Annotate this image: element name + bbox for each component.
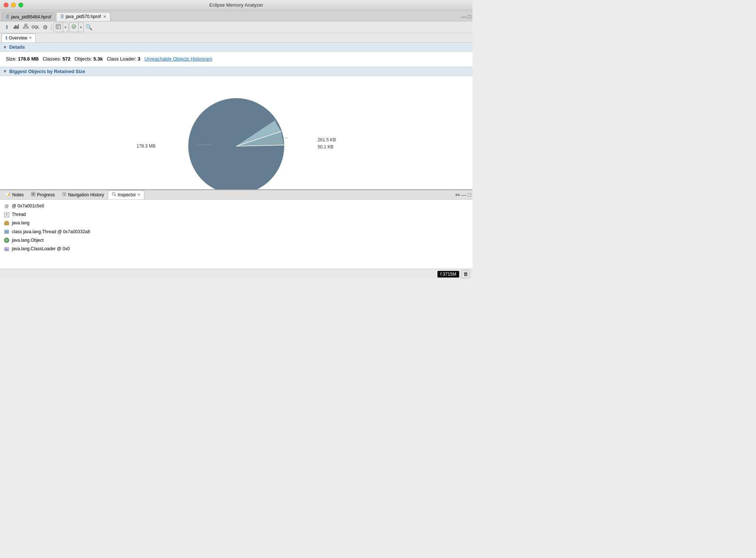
oql-button[interactable]: OQL — [31, 23, 40, 32]
inspector-classloader-text: java.lang.ClassLoader @ 0x0 — [12, 245, 70, 252]
pie-chart — [181, 91, 292, 189]
report-icon — [55, 24, 61, 31]
minimize-bottom-icon[interactable]: — — [461, 192, 467, 198]
maximize-bottom-icon[interactable]: □ — [468, 192, 471, 198]
biggest-objects-title: Biggest Objects by Retained Size — [9, 69, 85, 74]
svg-point-13 — [72, 25, 76, 28]
biggest-objects-section-header[interactable]: ▼ Biggest Objects by Retained Size — [0, 67, 472, 76]
report-group: ▾ — [54, 23, 68, 32]
unreachable-histogram-link[interactable]: Unreachable Objects Histogram — [144, 56, 212, 62]
inspector-tab[interactable]: Inspector ✕ — [108, 190, 144, 199]
maximize-panel-icon[interactable]: □ — [468, 14, 471, 20]
class-icon: C — [4, 229, 10, 235]
details-content: Size: 178.6 MB Classes: 572 Objects: 5.3… — [0, 52, 472, 67]
progress-tab-label: Progress — [37, 192, 55, 197]
tab-java-pid95464[interactable]: 🗄 java_pid95464.hprof — [1, 12, 55, 21]
gc-button[interactable]: 🗑 — [461, 270, 470, 278]
inspector-thread-text: Thread — [12, 211, 26, 218]
settings-button[interactable]: ⚙ — [41, 23, 49, 32]
overview-tab[interactable]: ℹ Overview ✕ — [1, 34, 36, 42]
action-group: ▾ — [69, 23, 84, 32]
details-section-header[interactable]: ▼ Details — [0, 43, 472, 52]
overview-close-icon[interactable]: ✕ — [29, 36, 32, 40]
app-title: Eclipse Memory Analyzer — [209, 2, 263, 8]
settings-icon: ⚙ — [43, 24, 48, 31]
inspector-class-item: C class java.lang.Thread @ 0x7a00332a8 — [4, 228, 469, 236]
notes-tab[interactable]: 📝 Notes — [1, 190, 27, 199]
bottom-panel: 📝 Notes Progress Navigation History Insp… — [0, 189, 472, 269]
nav-history-icon — [62, 192, 66, 197]
inspector-addr-text: @ 0x7a001c5e0 — [12, 203, 44, 210]
inspector-addr-item: @ @ 0x7a001c5e0 — [4, 202, 469, 210]
minimize-button[interactable] — [11, 3, 16, 7]
report-button[interactable] — [54, 23, 63, 32]
at-icon: @ — [4, 203, 10, 209]
package-icon — [4, 220, 10, 226]
minimize-panel-icon[interactable]: — — [461, 14, 467, 20]
tab-label-2: java_pid570.hprof — [66, 14, 101, 19]
info-icon: ℹ — [6, 24, 8, 30]
close-button[interactable] — [4, 3, 8, 7]
status-bar: f 3715M 🗑 — [0, 269, 472, 279]
svg-rect-4 — [25, 24, 27, 25]
action-button[interactable] — [69, 23, 78, 32]
dominator-tree-button[interactable] — [21, 23, 30, 32]
svg-text:CL: CL — [5, 248, 8, 251]
overview-icon: ℹ — [6, 35, 7, 41]
inspector-content: @ @ 0x7a001c5e0 T Thread java.lang — [0, 200, 472, 269]
object-s-icon: S — [4, 237, 10, 243]
inspector-pkg-text: java.lang — [12, 220, 30, 227]
toolbar-sep-1 — [51, 24, 52, 31]
dropdown-arrow-icon: ▾ — [65, 25, 66, 29]
svg-text:C: C — [6, 231, 7, 233]
tab-java-pid570[interactable]: 🗄 java_pid570.hprof ✕ — [56, 12, 110, 21]
inspector-close-icon[interactable]: ✕ — [137, 193, 140, 197]
inspector-thread-item: T Thread — [4, 210, 469, 219]
title-bar: Eclipse Memory Analyzer — [0, 0, 472, 10]
bottom-tab-actions: ⇔ — □ — [455, 191, 471, 198]
svg-rect-23 — [32, 193, 34, 195]
memory-indicator: f 3715M — [437, 271, 459, 278]
report-dropdown-button[interactable]: ▾ — [63, 23, 68, 32]
classloader-value: 3 — [138, 56, 140, 62]
svg-line-8 — [26, 25, 28, 27]
window-controls[interactable] — [4, 3, 23, 7]
classes-label: Classes: — [43, 56, 61, 62]
main-area: ℹ Overview ✕ ▼ Details Size: 178.6 MB Cl… — [0, 33, 472, 189]
classloader-icon: CL — [4, 246, 10, 252]
gc-icon: 🗑 — [463, 271, 468, 277]
svg-rect-2 — [17, 26, 18, 29]
pie-chart-wrapper: 178.3 MB — [126, 83, 347, 189]
progress-icon — [31, 192, 35, 197]
svg-rect-1 — [15, 25, 16, 29]
inspector-icon — [112, 192, 116, 197]
svg-rect-5 — [23, 27, 25, 28]
biggest-objects-arrow-icon: ▼ — [3, 69, 7, 73]
inspector-tab-label: Inspector — [118, 192, 136, 197]
tab-bar-actions: — □ — [461, 14, 471, 21]
oql-icon: OQL — [31, 25, 39, 29]
svg-rect-0 — [14, 27, 15, 29]
nav-history-tab[interactable]: Navigation History — [58, 190, 107, 199]
maximize-button[interactable] — [18, 3, 23, 7]
histogram-button[interactable] — [12, 23, 21, 32]
inspector-object-text: java.lang.Object — [12, 237, 44, 244]
svg-line-27 — [115, 195, 116, 196]
progress-tab[interactable]: Progress — [27, 190, 58, 199]
dominator-icon — [23, 24, 29, 31]
main-toolbar: ℹ OQL ⚙ ▾ ▾ — [0, 21, 472, 33]
objects-label: Objects: — [75, 56, 92, 62]
info-button[interactable]: ℹ — [2, 23, 11, 32]
notes-icon: 📝 — [5, 192, 11, 197]
inspector-class-text: class java.lang.Thread @ 0x7a00332a8 — [12, 228, 90, 235]
search-button[interactable]: 🔍 — [85, 23, 93, 32]
pie-label-big: 178.3 MB — [137, 144, 155, 149]
action-dropdown-button[interactable]: ▾ — [78, 23, 83, 32]
hprof-icon: 🗄 — [6, 15, 10, 19]
tab-close-icon[interactable]: ✕ — [103, 14, 106, 19]
inspector-classloader-item: CL java.lang.ClassLoader @ 0x0 — [4, 245, 469, 253]
inspector-object-item: S java.lang.Object — [4, 236, 469, 245]
pie-section: 178.3 MB — [0, 76, 472, 189]
action-icon — [71, 24, 77, 31]
link-with-editor-icon[interactable]: ⇔ — [455, 191, 460, 198]
